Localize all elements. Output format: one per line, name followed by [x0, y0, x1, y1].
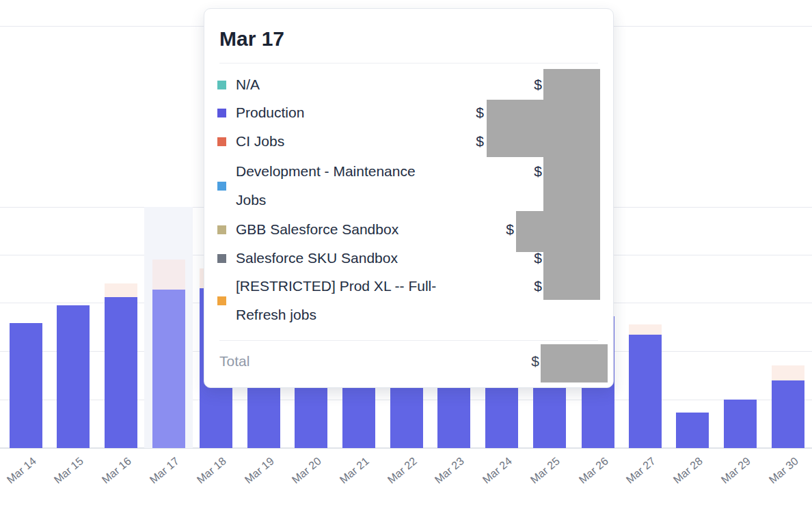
x-tick-label-mar-27: Mar 27: [624, 455, 658, 486]
x-tick-label-mar-30: Mar 30: [767, 455, 801, 486]
bar-segment-production: [629, 335, 662, 448]
x-tick-label-mar-15: Mar 15: [52, 455, 86, 486]
bar-segment-cap: [105, 283, 137, 297]
redaction-box-value-total: [541, 344, 608, 382]
bar-segment-production: [152, 290, 185, 448]
bar-mar-14[interactable]: [10, 323, 42, 448]
tooltip-series-label: N/A: [236, 70, 260, 99]
bar-mar-27[interactable]: [629, 324, 662, 448]
bar-segment-production: [676, 413, 709, 448]
x-tick-label-mar-25: Mar 25: [528, 455, 563, 486]
legend-swatch-gbb-salesforce-sandbox: [217, 225, 226, 234]
tooltip-series-label: CI Jobs: [236, 127, 284, 156]
bar-segment-cap: [152, 260, 185, 290]
cost-over-time-chart: Mar 14Mar 15Mar 16Mar 17Mar 18Mar 19Mar …: [0, 0, 812, 515]
tooltip-divider-bottom: [219, 340, 598, 341]
bar-segment-production: [57, 305, 90, 448]
x-tick-label-mar-17: Mar 17: [148, 455, 182, 486]
x-tick-label-mar-22: Mar 22: [385, 455, 420, 486]
legend-swatch-production: [217, 109, 226, 117]
x-tick-label-mar-28: Mar 28: [671, 455, 705, 486]
bar-segment-production: [772, 380, 804, 448]
x-tick-label-mar-23: Mar 23: [433, 455, 467, 486]
legend-swatch-restricted-prod-xl-full-refresh-jobs: [217, 296, 226, 305]
x-tick-label-mar-18: Mar 18: [195, 455, 229, 486]
x-tick-label-mar-19: Mar 19: [243, 455, 277, 486]
tooltip-total-currency: $: [531, 347, 539, 376]
bar-segment-production: [10, 323, 42, 448]
x-tick-label-mar-21: Mar 21: [338, 455, 372, 486]
bar-mar-16[interactable]: [105, 283, 137, 448]
redaction-box-values-production-ci: [487, 100, 543, 157]
tooltip-series-label: Development - Maintenance Jobs: [236, 157, 416, 214]
tooltip-total-label: Total: [219, 347, 249, 376]
legend-swatch-ci-jobs: [217, 137, 226, 146]
tooltip-value-currency: $: [534, 157, 542, 186]
legend-swatch-n-a: [217, 81, 226, 89]
x-tick-label-mar-26: Mar 26: [577, 455, 611, 486]
x-tick-label-mar-20: Mar 20: [290, 455, 324, 486]
redaction-box-values-na-to-restricted: [543, 69, 600, 300]
bar-segment-cap: [629, 324, 662, 335]
x-tick-label-mar-24: Mar 24: [481, 455, 515, 486]
x-tick-label-mar-29: Mar 29: [719, 455, 753, 486]
redaction-box-value-gbb: [516, 211, 543, 252]
tooltip-divider-top: [219, 63, 598, 64]
tooltip-value-currency: $: [534, 70, 542, 99]
tooltip-value-currency: $: [476, 127, 484, 156]
tooltip-title: Mar 17: [219, 27, 284, 51]
tooltip-value-currency: $: [506, 215, 514, 244]
tooltip-value-currency: $: [476, 98, 484, 127]
legend-swatch-development-maintenance-jobs: [217, 182, 226, 191]
legend-swatch-salesforce-sku-sandbox: [217, 254, 226, 263]
bar-segment-cap: [772, 365, 804, 380]
tooltip-value-currency: $: [534, 272, 542, 301]
tooltip-series-label: Salesforce SKU Sandbox: [236, 244, 398, 273]
bar-segment-production: [105, 297, 137, 448]
x-tick-label-mar-16: Mar 16: [100, 455, 134, 486]
bar-mar-28[interactable]: [676, 413, 709, 448]
bar-mar-29[interactable]: [724, 400, 757, 448]
tooltip-series-label: Production: [236, 98, 304, 127]
chart-tooltip: Mar 17 N/A$Production$CI Jobs$Developmen…: [204, 8, 614, 388]
bar-segment-production: [724, 400, 757, 448]
bar-mar-30[interactable]: [772, 365, 804, 448]
bar-mar-17[interactable]: [152, 260, 185, 448]
tooltip-series-label: [RESTRICTED] Prod XL -- Full- Refresh jo…: [236, 272, 436, 329]
tooltip-series-label: GBB Salesforce Sandbox: [236, 215, 398, 244]
x-tick-label-mar-14: Mar 14: [5, 455, 39, 486]
bar-mar-15[interactable]: [57, 305, 90, 448]
